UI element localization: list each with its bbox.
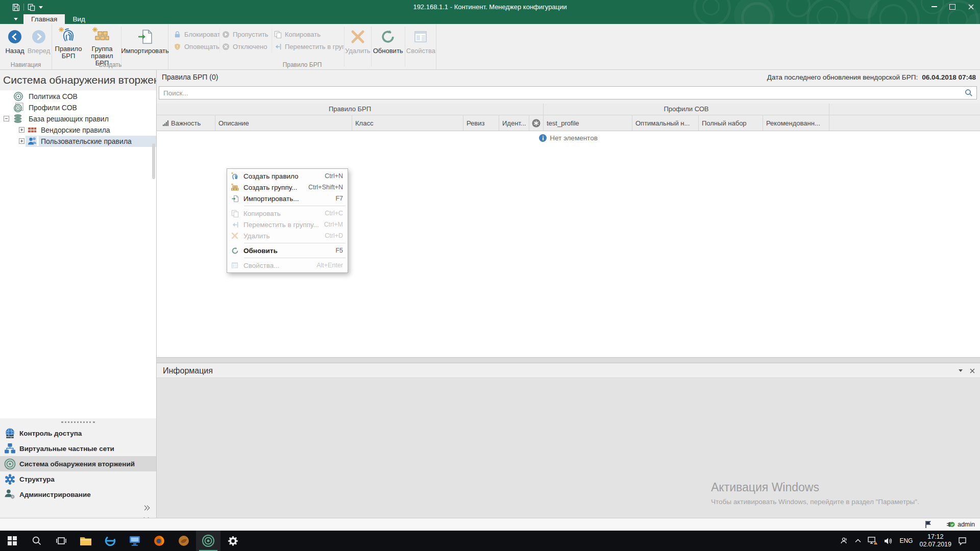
create-rule-button[interactable]: Правило БРП [53,24,84,60]
taskbar: ENG 17:12 02.07.2019 [0,531,980,551]
search-input[interactable] [159,89,965,97]
forward-icon [32,27,46,47]
close-button[interactable] [962,0,980,13]
ribbon-tabstrip: Главная Вид [0,14,980,24]
tree-item-ids-profiles[interactable]: Профили СОВ [0,102,156,113]
empty-message: Нет элементов [157,134,980,142]
titlebar: 192.168.1.1 - Континент. Менеджер конфиг… [0,0,980,14]
expand-expander-icon[interactable] [19,138,24,144]
nav-item-structure[interactable]: Структура [0,471,156,487]
tab-home[interactable]: Главная [23,14,65,24]
copy-button: Копировать [272,28,344,40]
column-header-recommended-set[interactable]: Рекомендованн... [763,115,829,131]
group-label-rule: Правило БРП [168,61,436,68]
minimize-button[interactable] [925,0,943,13]
nav-item-ids[interactable]: Система обнаружения вторжений [0,456,156,471]
column-header-description[interactable]: Описание [215,115,352,131]
ribbon-group-create: Правило БРП Группа правил БРП [52,24,168,69]
date-value: 06.04.2018 07:48 [922,73,976,81]
clock-time: 17:12 [919,533,951,541]
column-header-test-profile[interactable]: test_profile [544,115,632,131]
menu-separator [244,243,346,243]
nav-item-access-control[interactable]: Контроль доступа [0,425,156,441]
app-brown-button[interactable] [172,531,196,551]
sidebar-footer [0,502,156,518]
ids-profiles-icon [13,103,23,113]
taskbar-search-button[interactable] [24,531,49,551]
refresh-button[interactable]: Обновить [372,24,404,60]
nav-item-administration[interactable]: Администрирование [0,487,156,502]
sidebar-splitter[interactable] [0,418,156,425]
settings-button[interactable] [220,531,245,551]
people-icon[interactable] [840,537,848,545]
column-header-marker[interactable] [529,115,544,131]
volume-icon[interactable] [884,537,893,545]
expand-expander-icon[interactable] [19,127,24,133]
band-filler [829,104,980,115]
task-view-button[interactable] [49,531,74,551]
kontinent-app-button[interactable] [196,531,220,551]
create-rule-group-button[interactable]: Группа правил БРП [84,24,120,60]
window-controls [925,0,980,13]
refresh-icon [380,27,396,47]
star-circle-icon [532,119,541,128]
tray-expand-chevron-icon[interactable] [855,539,861,543]
back-button[interactable]: Назад [3,24,27,60]
network-warning-icon[interactable] [868,537,877,545]
fingerprint-rule-icon [230,172,239,180]
start-button[interactable] [0,531,24,551]
close-panel-icon[interactable] [970,368,975,373]
column-header-severity[interactable]: Важность [157,115,215,131]
flag-icon[interactable] [925,520,932,531]
action-center-icon[interactable] [958,537,967,545]
column-header-revision[interactable]: Ревиз [463,115,499,131]
task-view-icon [56,536,67,545]
disabled-cross-icon [222,42,230,51]
forward-button: Вперед [27,24,51,60]
connection-check-icon [946,521,955,528]
tab-view[interactable]: Вид [65,14,92,24]
notify-button: Оповещать [172,40,220,53]
clock-date: 02.07.2019 [919,541,951,548]
sidebar-header: Система обнаружения вторжен [0,70,156,90]
menu-item-import[interactable]: Импортировать... F7 [227,193,348,204]
tree-item-user-rules[interactable]: Пользовательские правила [0,136,156,147]
info-panel-splitter[interactable] [157,357,980,363]
firefox-button[interactable] [147,531,172,551]
info-panel-title: Информация [163,363,213,378]
tree-scrollbar [152,113,156,437]
tree-item-ids-policy[interactable]: Политика СОВ [0,91,156,102]
ribbon: Назад Вперед Навигация [0,24,980,70]
import-button[interactable]: Импортировать [122,24,168,60]
tree-item-vendor-rules[interactable]: Вендорские правила [0,124,156,136]
app-window-button[interactable] [122,531,147,551]
collapse-panel-icon[interactable] [959,369,963,372]
collapse-expander-icon[interactable] [4,116,9,121]
maximize-button[interactable] [943,0,962,13]
file-explorer-button[interactable] [74,531,98,551]
ids-icon [4,458,16,470]
menu-item-create-rule[interactable]: Создать правило Ctrl+N [227,170,348,182]
clock[interactable]: 17:12 02.07.2019 [919,533,951,548]
menu-item-refresh[interactable]: Обновить F5 [227,245,348,256]
divider [405,27,405,66]
back-icon [8,27,22,47]
column-header-full-set[interactable]: Полный набор [699,115,763,131]
language-indicator[interactable]: ENG [899,537,913,544]
app-menu-button[interactable] [8,14,23,24]
search-icon [32,536,42,546]
rule-group-icon [230,183,239,191]
nav-item-vpn[interactable]: Виртуальные частные сети [0,441,156,456]
tree-item-rules-db[interactable]: База решающих правил [0,113,156,124]
internet-explorer-button[interactable] [98,531,122,551]
new-sparkle-icon [59,25,64,34]
scrollbar-thumb[interactable] [152,143,155,179]
column-header-class[interactable]: Класс [352,115,463,131]
more-chevrons-icon[interactable] [143,506,149,510]
column-header-optimal-set[interactable]: Оптимальный н... [632,115,699,131]
ribbon-group-rule: Блокировать Пропустить Копировать [168,24,436,69]
column-header-identifier[interactable]: Идент... [499,115,529,131]
band-rule: Правило БРП [157,104,544,115]
search-icon[interactable] [965,89,973,97]
menu-item-create-group[interactable]: Создать группу... Ctrl+Shift+N [227,182,348,193]
